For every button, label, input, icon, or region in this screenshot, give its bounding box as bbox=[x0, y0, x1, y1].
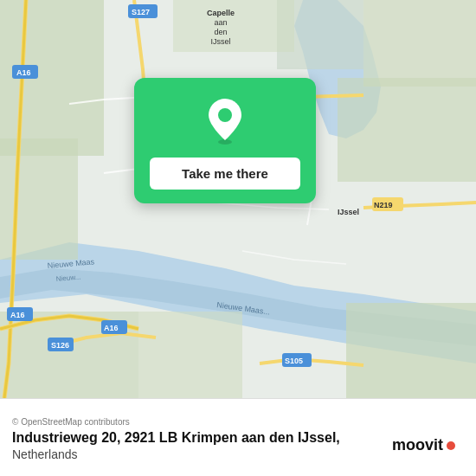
svg-text:Capelle: Capelle bbox=[207, 9, 235, 17]
svg-text:den: den bbox=[214, 28, 227, 36]
take-me-there-button[interactable]: Take me there bbox=[150, 158, 300, 190]
svg-text:A16: A16 bbox=[10, 311, 25, 319]
svg-text:S127: S127 bbox=[132, 8, 150, 16]
svg-rect-8 bbox=[338, 78, 476, 182]
svg-text:A16: A16 bbox=[104, 324, 119, 332]
svg-rect-12 bbox=[173, 0, 294, 52]
footer: © OpenStreetMap contributors Industriewe… bbox=[0, 398, 476, 476]
map-container: Nieuwe Maas Nieuw... Nieuwe Maas... A16 … bbox=[0, 0, 476, 398]
svg-text:N219: N219 bbox=[374, 201, 393, 209]
svg-rect-9 bbox=[346, 303, 476, 398]
svg-rect-11 bbox=[138, 312, 242, 398]
moovit-logo: moovit bbox=[392, 436, 455, 454]
svg-text:A16: A16 bbox=[16, 68, 31, 77]
osm-credit-text: © OpenStreetMap contributors bbox=[12, 417, 130, 427]
svg-text:S105: S105 bbox=[285, 357, 303, 365]
svg-rect-5 bbox=[0, 138, 78, 260]
svg-text:IJssel: IJssel bbox=[338, 208, 359, 216]
svg-text:S126: S126 bbox=[51, 341, 69, 350]
svg-point-38 bbox=[218, 108, 232, 122]
svg-text:aan: aan bbox=[214, 18, 227, 27]
moovit-brand-name: moovit bbox=[392, 436, 443, 454]
osm-credit: © OpenStreetMap contributors bbox=[12, 417, 464, 427]
location-pin-icon bbox=[204, 97, 246, 145]
moovit-dot bbox=[447, 441, 455, 450]
popup-card: Take me there bbox=[134, 78, 316, 203]
svg-text:IJssel: IJssel bbox=[210, 37, 230, 46]
app: Nieuwe Maas Nieuw... Nieuwe Maas... A16 … bbox=[0, 0, 476, 476]
svg-rect-7 bbox=[363, 0, 476, 87]
